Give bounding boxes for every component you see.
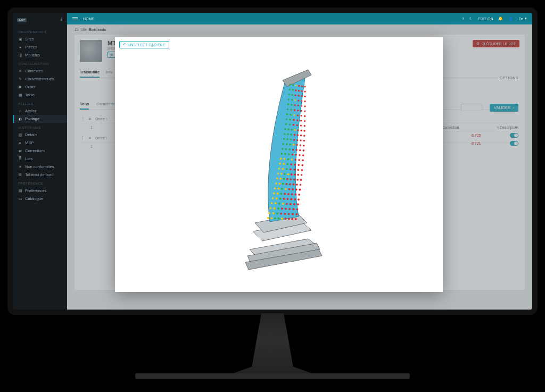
help-icon[interactable]: ? — [462, 17, 464, 21]
measurement-dot — [293, 114, 295, 116]
measurement-dot — [289, 184, 291, 186]
measurement-dot — [296, 179, 299, 181]
sidebar-item-label: Pièces — [25, 45, 37, 49]
measurement-dot — [273, 207, 275, 210]
lang-select[interactable]: En ▾ — [518, 16, 527, 21]
edit-on-toggle[interactable]: EDIT ON — [478, 17, 493, 21]
measurement-dot — [291, 104, 292, 105]
measurement-dot — [291, 218, 293, 220]
measurement-dot — [288, 153, 290, 155]
measurement-dot — [301, 169, 303, 171]
measurement-dot — [290, 198, 292, 201]
sidebar-item-catalogue[interactable]: ▭Catalogue — [13, 195, 67, 203]
measurement-dot — [301, 110, 302, 112]
sidebar: APC + ORGANISATION▣Sites♠Pièces◫ModèlesC… — [13, 13, 67, 310]
measurement-dot — [296, 184, 298, 186]
measurement-dot — [304, 105, 305, 107]
measurement-dot — [284, 218, 286, 220]
measurement-dot — [284, 133, 286, 135]
measurement-dot — [287, 109, 288, 110]
measurement-dot — [297, 203, 299, 205]
measurement-dot — [300, 120, 302, 121]
measurement-dot — [300, 179, 302, 181]
measurement-dot — [281, 188, 283, 190]
sidebar-item-msp[interactable]: ⩍MSP — [13, 139, 67, 147]
sidebar-item-label: Pilotage — [25, 116, 39, 121]
sidebar-item-caract-ristiques[interactable]: ✎Caractéristiques — [13, 75, 67, 83]
sidebar-item-tableau-de-bord[interactable]: ⊞Tableau de bord — [13, 171, 67, 179]
measurement-dot — [286, 113, 288, 115]
sidebar-item-label: Préférences — [25, 188, 46, 193]
measurement-dot — [274, 218, 276, 220]
measurement-dot — [293, 119, 294, 121]
measurement-dot — [297, 129, 299, 131]
measurement-dot — [298, 164, 300, 166]
measurement-dot — [290, 163, 292, 165]
measurement-dot — [289, 84, 291, 85]
measurement-dot — [280, 193, 282, 195]
measurement-dot — [294, 94, 296, 96]
measurement-dot — [278, 203, 280, 205]
user-icon[interactable]: 👤 — [508, 16, 513, 21]
nav-section-title: HISTORIQUE — [13, 123, 67, 131]
measurement-dot — [301, 90, 303, 92]
measurement-dot — [286, 198, 288, 200]
home-link[interactable]: HOME — [83, 17, 94, 21]
measurement-dot — [295, 154, 297, 156]
sidebar-item-table[interactable]: ▦Table — [13, 91, 67, 99]
measurement-dot — [288, 188, 290, 190]
sidebar-item-pr-f-rences[interactable]: ▤Préférences — [13, 187, 67, 195]
measurement-dot — [294, 159, 296, 161]
measurement-dot — [282, 168, 284, 170]
moon-icon[interactable]: ☾ — [469, 16, 473, 21]
measurement-dot — [278, 182, 280, 185]
sidebar-item-corrections[interactable]: ⇄Corrections — [13, 147, 67, 155]
measurement-dot — [268, 212, 270, 214]
sidebar-item-d-tails[interactable]: ▥Détails — [13, 131, 67, 139]
measurement-dot — [288, 89, 290, 90]
measurement-dot — [285, 123, 286, 125]
sidebar-item-mod-les[interactable]: ◫Modèles — [13, 51, 67, 59]
sidebar-item-label: Corrections — [25, 148, 45, 153]
measurement-dot — [282, 203, 284, 205]
sidebar-item-pilotage[interactable]: ◐Pilotage — [13, 115, 67, 123]
measurement-dot — [288, 148, 291, 151]
measurement-dot — [301, 174, 303, 176]
nav-icon: ≣ — [18, 157, 22, 161]
measurement-dot — [297, 174, 299, 176]
measurement-dot — [298, 100, 299, 102]
cad-canvas[interactable] — [115, 37, 443, 292]
sidebar-item-label: Outils — [25, 85, 35, 89]
nav-icon: ▤ — [18, 189, 22, 193]
measurement-dot — [298, 159, 300, 161]
measurement-dot — [287, 159, 290, 161]
measurement-dot — [269, 207, 271, 209]
sidebar-item-lots[interactable]: ≣Lots — [13, 155, 67, 163]
measurement-dot — [302, 159, 304, 161]
measurement-dot — [272, 212, 274, 214]
nav-icon: ▣ — [18, 37, 22, 41]
sidebar-item-outils[interactable]: ✖Outils — [13, 83, 67, 91]
sidebar-item-label: Modèles — [25, 53, 40, 57]
plus-icon[interactable]: + — [60, 17, 63, 23]
bell-icon[interactable]: 🔔 — [498, 16, 503, 21]
sidebar-item-contextes[interactable]: ✳Contextes — [13, 67, 67, 75]
sidebar-item-label: Caractéristiques — [25, 77, 54, 81]
measurement-dot — [285, 188, 287, 190]
measurement-dot — [286, 118, 287, 120]
measurement-dot — [296, 124, 298, 126]
nav-icon: ✖ — [18, 85, 22, 89]
sidebar-item-atelier[interactable]: ⌂Atelier — [13, 107, 67, 115]
measurement-dot — [301, 100, 302, 102]
measurement-dot — [288, 123, 290, 125]
measurement-dot — [288, 213, 290, 215]
sidebar-item-sites[interactable]: ▣Sites — [13, 35, 67, 43]
measurement-dot — [304, 101, 305, 102]
measurement-dot — [303, 130, 305, 131]
sidebar-item-non-conformit-s[interactable]: ✕Non conformités — [13, 163, 67, 171]
measurement-dot — [298, 198, 300, 201]
sidebar-item-label: Tableau de bord — [25, 172, 54, 177]
sidebar-item-pi-ces[interactable]: ♠Pièces — [13, 43, 67, 51]
measurement-dot — [276, 197, 278, 199]
hamburger-icon[interactable] — [72, 16, 78, 21]
